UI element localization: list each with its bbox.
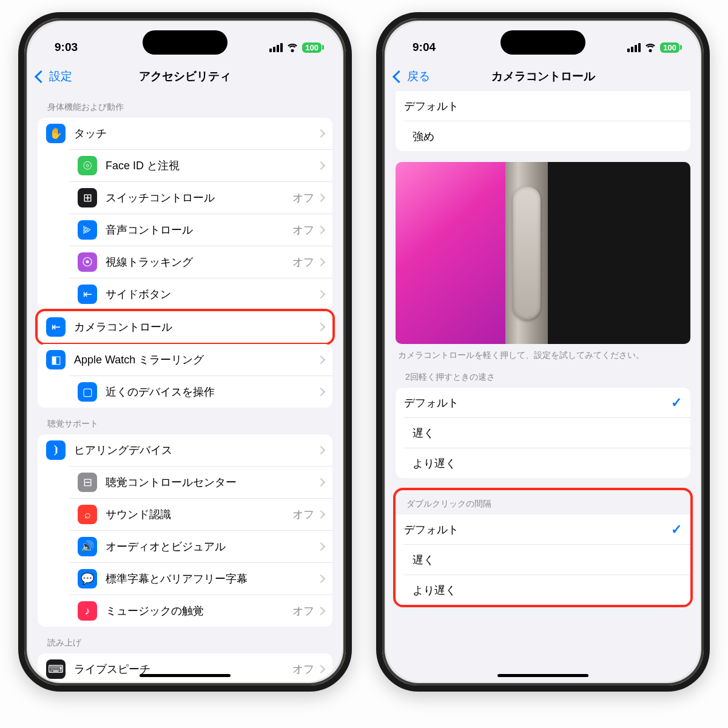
settings-row[interactable]: ⇤カメラコントロール: [38, 311, 332, 343]
section-header-hearing: 聴覚サポート: [28, 408, 342, 434]
row-label: スイッチコントロール: [106, 190, 292, 205]
status-time: 9:04: [413, 41, 436, 54]
settings-row[interactable]: ⇤サイドボタン: [69, 278, 332, 310]
option-row[interactable]: より遅く: [404, 575, 690, 605]
chevron-right-icon: [317, 542, 325, 551]
row-label: オーディオとビジュアル: [106, 539, 318, 554]
chevron-right-icon: [317, 446, 325, 454]
settings-row[interactable]: ♪ミュージックの触覚オフ: [69, 595, 332, 627]
row-icon: ⇤: [46, 317, 66, 337]
chevron-right-icon: [317, 194, 325, 202]
row-label: タッチ: [74, 126, 318, 141]
section-header-speed: 2回軽く押すときの速さ: [386, 361, 700, 388]
option-row[interactable]: 遅く: [404, 417, 690, 448]
mute-switch: [376, 133, 377, 158]
option-row[interactable]: 遅く: [404, 544, 690, 575]
chevron-right-icon: [317, 356, 325, 364]
option-row[interactable]: デフォルト✓: [396, 514, 690, 544]
row-value: オフ: [292, 604, 314, 618]
chevron-left-icon: [35, 70, 47, 83]
back-label: 設定: [49, 69, 72, 84]
cellular-icon: [627, 43, 641, 52]
row-icon: 🔊: [78, 537, 97, 556]
power-button: [351, 176, 352, 243]
row-icon: ⇤: [78, 285, 97, 304]
option-label: デフォルト: [404, 99, 682, 113]
row-icon: ◧: [46, 350, 66, 369]
status-time: 9:03: [55, 41, 78, 54]
nav-bar: 戻る カメラコントロール: [386, 62, 700, 91]
chevron-right-icon: [317, 665, 325, 673]
chevron-left-icon: [393, 70, 405, 83]
settings-row[interactable]: ✋タッチ: [38, 118, 332, 149]
row-icon: ⦿: [78, 252, 97, 272]
option-row[interactable]: デフォルト: [396, 91, 690, 121]
battery-icon: 100: [660, 42, 679, 53]
chevron-right-icon: [317, 478, 325, 487]
option-row[interactable]: 強め: [404, 121, 690, 151]
settings-row[interactable]: ⌨ライブスピーチオフ: [38, 653, 332, 682]
chevron-right-icon: [317, 575, 325, 583]
section-header-speech: 読み上げ: [28, 627, 342, 653]
highlight-camera-control: ⇤カメラコントロール: [35, 309, 335, 345]
checkmark-icon: ✓: [671, 395, 682, 411]
row-value: オフ: [292, 507, 314, 522]
chevron-right-icon: [317, 388, 325, 396]
row-value: オフ: [292, 662, 314, 676]
option-label: 遅く: [413, 553, 682, 567]
settings-row[interactable]: ⊞スイッチコントロールオフ: [69, 181, 332, 214]
back-button[interactable]: 戻る: [394, 69, 430, 84]
row-icon: ⦾: [78, 156, 97, 175]
chevron-right-icon: [317, 226, 325, 234]
settings-row[interactable]: ⦿視線トラッキングオフ: [69, 246, 332, 278]
page-title: カメラコントロール: [491, 69, 595, 84]
settings-row[interactable]: ▢近くのデバイスを操作: [69, 376, 332, 408]
row-icon: ⌨: [46, 659, 66, 679]
volume-up: [18, 170, 19, 215]
settings-row[interactable]: 🔊オーディオとビジュアル: [69, 530, 332, 562]
settings-row[interactable]: ◧Apple Watch ミラーリング: [38, 344, 332, 376]
highlight-double-click: ダブルクリックの間隔 デフォルト✓遅くより遅く: [393, 488, 693, 607]
volume-down: [376, 224, 377, 270]
row-label: カメラコントロール: [74, 320, 318, 334]
row-label: ヒアリングデバイス: [74, 443, 318, 457]
chevron-right-icon: [317, 510, 325, 519]
option-label: デフォルト: [404, 522, 671, 537]
option-label: 遅く: [413, 426, 682, 440]
option-row[interactable]: デフォルト✓: [396, 388, 690, 417]
settings-row[interactable]: ⊟聴覚コントロールセンター: [69, 466, 332, 498]
settings-row[interactable]: ⦾Face ID と注視: [69, 149, 332, 181]
row-label: 近くのデバイスを操作: [106, 385, 318, 399]
section-header-double: ダブルクリックの間隔: [396, 490, 690, 514]
row-icon: ♪: [78, 601, 97, 621]
row-icon: ⫸: [78, 220, 97, 240]
chevron-right-icon: [317, 290, 325, 298]
option-row[interactable]: より遅く: [404, 448, 690, 478]
section-header-physical: 身体機能および動作: [28, 91, 342, 118]
row-icon: ▢: [78, 382, 97, 402]
home-indicator[interactable]: [497, 674, 588, 677]
mute-switch: [18, 133, 19, 158]
nav-bar: 設定 アクセシビリティ: [28, 62, 342, 91]
row-label: 標準字幕とバリアフリー字幕: [106, 571, 318, 586]
option-label: より遅く: [413, 456, 682, 471]
row-icon: 💬: [78, 569, 97, 588]
row-icon: ⌕: [78, 505, 97, 524]
row-label: サウンド認識: [106, 507, 292, 522]
settings-row[interactable]: ⌕サウンド認識オフ: [69, 498, 332, 530]
wifi-icon: [286, 42, 298, 52]
back-button[interactable]: 設定: [36, 69, 72, 84]
home-indicator[interactable]: [140, 674, 231, 677]
volume-up: [376, 170, 377, 215]
settings-row[interactable]: 💬標準字幕とバリアフリー字幕: [69, 562, 332, 595]
preview-caption: カメラコントロールを軽く押して、設定を試してみてください。: [386, 348, 700, 361]
row-label: ミュージックの触覚: [106, 604, 292, 618]
dynamic-island: [143, 30, 228, 55]
row-value: オフ: [292, 190, 314, 205]
row-label: 視線トラッキング: [106, 255, 292, 269]
wifi-icon: [644, 42, 656, 52]
settings-row[interactable]: ⦘ヒアリングデバイス: [38, 434, 332, 466]
checkmark-icon: ✓: [671, 522, 682, 538]
settings-row[interactable]: ⫸音声コントロールオフ: [69, 214, 332, 246]
chevron-right-icon: [317, 607, 325, 615]
